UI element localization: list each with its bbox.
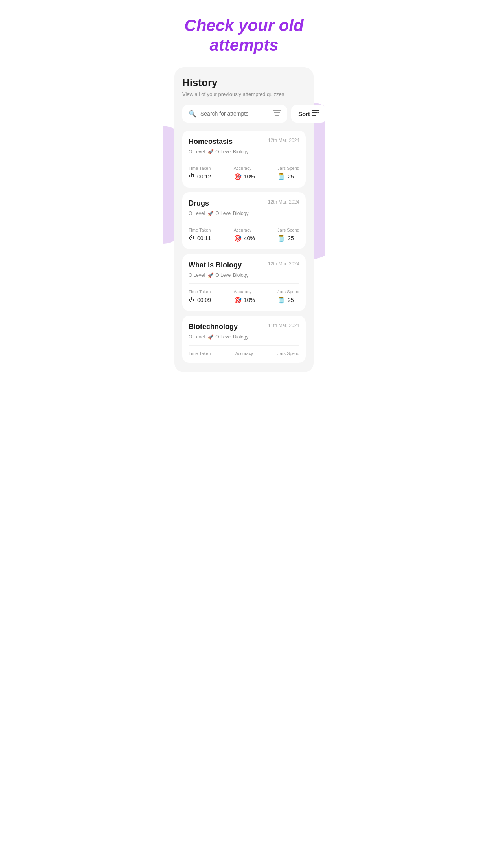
time-stat: Time Taken ⏱ 00:12 [189, 166, 211, 180]
jars-label: Jars Spend [277, 351, 299, 356]
sort-button[interactable]: Sort [291, 105, 325, 123]
quiz-level: O Level [189, 149, 205, 154]
divider [189, 222, 299, 222]
search-bar: 🔍 [182, 105, 287, 123]
accuracy-value: 🎯 10% [234, 173, 255, 180]
quiz-card[interactable]: Drugs 12th Mar, 2024 O Level 🚀 O Level B… [182, 192, 306, 249]
time-value: ⏱ 00:11 [189, 235, 211, 242]
divider [189, 283, 299, 284]
quiz-date: 11th Mar, 2024 [268, 323, 299, 328]
accuracy-label: Accuracy [234, 228, 255, 232]
sort-icon [312, 110, 319, 118]
quiz-list: Homeostasis 12th Mar, 2024 O Level 🚀 O L… [182, 131, 306, 363]
history-card: History View all of your previously atte… [174, 67, 314, 372]
quiz-tags: O Level 🚀 O Level Biology [189, 272, 299, 278]
time-stat: Time Taken ⏱ 00:09 [189, 289, 211, 304]
rocket-icon: 🚀 [208, 149, 214, 154]
sort-label: Sort [298, 110, 310, 117]
jars-stat: Jars Spend 🫙 25 [277, 289, 299, 304]
search-input[interactable] [200, 110, 269, 117]
history-subtitle: View all of your previously attempted qu… [182, 91, 306, 97]
quiz-date: 12th Mar, 2024 [268, 261, 299, 267]
quiz-header: Homeostasis 12th Mar, 2024 [189, 138, 299, 146]
time-stat: Time Taken ⏱ 00:11 [189, 228, 211, 242]
time-stat: Time Taken [189, 351, 211, 356]
accuracy-value: 🎯 10% [234, 296, 255, 304]
target-icon: 🎯 [234, 296, 242, 304]
quiz-level: O Level [189, 334, 205, 340]
accuracy-stat: Accuracy 🎯 40% [234, 228, 255, 242]
time-value: ⏱ 00:09 [189, 296, 211, 303]
accuracy-label: Accuracy [234, 166, 255, 171]
quiz-date: 12th Mar, 2024 [268, 138, 299, 143]
jars-value: 🫙 25 [277, 235, 299, 242]
quiz-subject: 🚀 O Level Biology [208, 211, 248, 216]
quiz-header: What is Biology 12th Mar, 2024 [189, 261, 299, 269]
jars-value: 🫙 25 [277, 173, 299, 180]
accuracy-stat: Accuracy 🎯 10% [234, 289, 255, 304]
page-wrapper: Check your old attempts History View all… [163, 0, 325, 372]
jars-stat: Jars Spend 🫙 25 [277, 228, 299, 242]
time-label: Time Taken [189, 351, 211, 356]
search-row: 🔍 Sort [182, 105, 306, 123]
accuracy-label: Accuracy [235, 351, 253, 356]
quiz-stats: Time Taken Accuracy Jars Spend [189, 351, 299, 356]
jar-icon: 🫙 [277, 235, 285, 242]
filter-icon[interactable] [273, 110, 281, 118]
jar-icon: 🫙 [277, 173, 285, 180]
quiz-tags: O Level 🚀 O Level Biology [189, 149, 299, 154]
quiz-level: O Level [189, 272, 205, 278]
quiz-stats: Time Taken ⏱ 00:12 Accuracy 🎯 10% [189, 166, 299, 180]
quiz-card[interactable]: Homeostasis 12th Mar, 2024 O Level 🚀 O L… [182, 131, 306, 188]
quiz-title: Biotechnology [189, 323, 238, 331]
jars-label: Jars Spend [277, 228, 299, 232]
jars-value: 🫙 25 [277, 296, 299, 304]
quiz-subject: 🚀 O Level Biology [208, 334, 248, 340]
quiz-level: O Level [189, 211, 205, 216]
quiz-card[interactable]: What is Biology 12th Mar, 2024 O Level 🚀… [182, 254, 306, 311]
divider [189, 160, 299, 160]
clock-icon: ⏱ [189, 173, 195, 180]
jars-label: Jars Spend [277, 289, 299, 294]
rocket-icon: 🚀 [208, 272, 214, 278]
quiz-header: Drugs 12th Mar, 2024 [189, 199, 299, 208]
quiz-subject: 🚀 O Level Biology [208, 149, 248, 154]
jar-icon: 🫙 [277, 296, 285, 304]
history-title: History [182, 77, 306, 89]
time-value: ⏱ 00:12 [189, 173, 211, 180]
jars-label: Jars Spend [277, 166, 299, 171]
quiz-date: 12th Mar, 2024 [268, 199, 299, 205]
quiz-card-partial[interactable]: Biotechnology 11th Mar, 2024 O Level 🚀 O… [182, 316, 306, 363]
clock-icon: ⏱ [189, 235, 195, 242]
jars-stat: Jars Spend [277, 351, 299, 356]
quiz-title: Drugs [189, 199, 209, 208]
quiz-stats: Time Taken ⏱ 00:09 Accuracy 🎯 10% [189, 289, 299, 304]
quiz-title: What is Biology [189, 261, 242, 269]
time-label: Time Taken [189, 228, 211, 232]
quiz-subject: 🚀 O Level Biology [208, 272, 248, 278]
quiz-header: Biotechnology 11th Mar, 2024 [189, 323, 299, 331]
jars-stat: Jars Spend 🫙 25 [277, 166, 299, 180]
accuracy-value: 🎯 40% [234, 235, 255, 242]
target-icon: 🎯 [234, 173, 242, 180]
quiz-stats: Time Taken ⏱ 00:11 Accuracy 🎯 40% [189, 228, 299, 242]
clock-icon: ⏱ [189, 296, 195, 303]
rocket-icon: 🚀 [208, 211, 214, 216]
rocket-icon: 🚀 [208, 334, 214, 340]
accuracy-stat: Accuracy 🎯 10% [234, 166, 255, 180]
accuracy-label: Accuracy [234, 289, 255, 294]
main-content: Check your old attempts History View all… [163, 0, 325, 372]
target-icon: 🎯 [234, 235, 242, 242]
quiz-tags: O Level 🚀 O Level Biology [189, 334, 299, 340]
search-icon: 🔍 [189, 110, 196, 118]
page-title: Check your old attempts [171, 0, 317, 67]
time-label: Time Taken [189, 166, 211, 171]
divider [189, 345, 299, 346]
quiz-title: Homeostasis [189, 138, 233, 146]
time-label: Time Taken [189, 289, 211, 294]
quiz-tags: O Level 🚀 O Level Biology [189, 211, 299, 216]
accuracy-stat: Accuracy [235, 351, 253, 356]
